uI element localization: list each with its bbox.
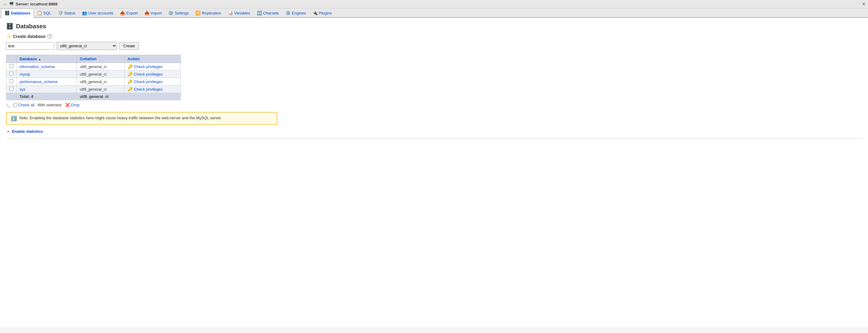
notice-box: ℹ️ Note: Enabling the database statistic…: [6, 112, 277, 125]
database-name-cell: mysql: [17, 70, 77, 78]
collation-cell: utf8_general_ci: [76, 63, 124, 70]
collation-cell: utf8_general_ci: [76, 70, 124, 78]
collation-select[interactable]: utf8_general_ci utf8_unicode_ci utf8mb4_…: [57, 42, 117, 50]
sort-arrow-icon: ▲: [38, 58, 41, 61]
create-database-button[interactable]: Create: [119, 42, 139, 50]
database-link-performance-schema[interactable]: performance_schema: [20, 79, 58, 84]
tab-status[interactable]: 🛡️ Status: [55, 8, 79, 17]
row-checkbox-sys[interactable]: [9, 87, 13, 91]
table-header-action: Action: [124, 55, 181, 63]
action-cell: 🔑 Check privileges: [124, 63, 181, 70]
check-all-checkbox[interactable]: [13, 103, 17, 107]
check-privileges-link-information-schema[interactable]: 🔑 Check privileges: [127, 64, 178, 69]
databases-icon: 🗄️: [4, 10, 10, 15]
uncheck-button[interactable]: ↑_: [6, 103, 10, 107]
export-icon: 📤: [120, 10, 125, 15]
row-checkbox-cell: [6, 63, 17, 70]
notice-text: Note: Enabling the database statistics h…: [19, 115, 222, 120]
tab-replication[interactable]: 🔀 Replication: [192, 8, 224, 17]
check-priv-icon: 🔑: [127, 64, 133, 69]
check-all-label[interactable]: Check all: [13, 103, 34, 107]
status-icon: 🛡️: [58, 10, 63, 15]
check-priv-icon: 🔑: [127, 87, 133, 92]
total-collation-cell: utf8_general_ci: [76, 93, 124, 100]
tab-plugins[interactable]: 🔌 Plugins: [309, 8, 335, 17]
enable-statistics-list: Enable statistics: [12, 129, 862, 134]
collation-cell: utf8_general_ci: [76, 78, 124, 86]
engines-icon: ⚙️: [285, 10, 290, 15]
close-icon[interactable]: ✕: [862, 1, 866, 7]
sql-icon: 📋: [37, 10, 42, 15]
page-title-icon: 🗄️: [6, 23, 13, 30]
create-db-form: utf8_general_ci utf8_unicode_ci utf8mb4_…: [6, 42, 862, 50]
create-database-section: ✨ Create database ?: [6, 34, 862, 39]
tab-databases[interactable]: 🗄️ Databases: [1, 8, 34, 18]
table-row: sys utf8_general_ci 🔑 Check privileges: [6, 86, 181, 93]
import-icon: 📥: [144, 10, 150, 15]
row-checkbox-mysql[interactable]: [9, 72, 13, 75]
page-divider: [6, 138, 862, 139]
tab-engines[interactable]: ⚙️ Engines: [282, 8, 309, 17]
database-name-cell: performance_schema: [17, 78, 77, 86]
table-row: information_schema utf8_general_ci 🔑 Che…: [6, 63, 181, 70]
create-db-icon: ✨: [6, 34, 11, 39]
total-label-cell: Total: 4: [17, 93, 77, 100]
title-bar-left: → 🖥️ Server: localhost:8889: [2, 1, 58, 7]
database-link-sys[interactable]: sys: [20, 87, 26, 92]
main-content: 🗄️ Databases ✨ Create database ? utf8_ge…: [0, 18, 868, 327]
table-row: performance_schema utf8_general_ci 🔑 Che…: [6, 78, 181, 86]
database-name-cell: sys: [17, 86, 77, 93]
variables-icon: 📊: [228, 10, 233, 15]
total-action-cell: [124, 93, 181, 100]
back-arrow-icon[interactable]: →: [2, 1, 7, 7]
database-link-information-schema[interactable]: information_schema: [20, 64, 55, 69]
help-icon[interactable]: ?: [47, 34, 52, 39]
tab-export[interactable]: 📤 Export: [117, 8, 141, 17]
row-checkbox-cell: [6, 78, 17, 86]
drop-link[interactable]: ❌ Drop: [65, 103, 80, 107]
nav-tabs: 🗄️ Databases 📋 SQL 🛡️ Status 👥 User acco…: [0, 8, 868, 18]
database-link-mysql[interactable]: mysql: [20, 72, 30, 76]
notice-icon: ℹ️: [11, 115, 17, 121]
table-row: mysql utf8_general_ci 🔑 Check privileges: [6, 70, 181, 78]
actions-row: ↑_ Check all With selected: ❌ Drop: [6, 103, 862, 107]
server-icon: 🖥️: [9, 2, 14, 6]
page-title: 🗄️ Databases: [6, 23, 862, 30]
action-cell: 🔑 Check privileges: [124, 86, 181, 93]
row-checkbox-information-schema[interactable]: [9, 64, 13, 68]
settings-icon: ⚙️: [168, 10, 173, 15]
tab-charsets[interactable]: 🔤 Charsets: [253, 8, 282, 17]
row-checkbox-cell: [6, 86, 17, 93]
replication-icon: 🔀: [195, 10, 200, 15]
uncheck-arrow-icon: ↑_: [6, 103, 10, 107]
enable-statistics-item: Enable statistics: [12, 129, 862, 134]
collation-cell: utf8_general_ci: [76, 86, 124, 93]
tab-import[interactable]: 📥 Import: [141, 8, 165, 17]
table-total-row: Total: 4 utf8_general_ci: [6, 93, 181, 100]
total-checkbox-cell: [6, 93, 17, 100]
check-privileges-link-performance-schema[interactable]: 🔑 Check privileges: [127, 79, 178, 84]
table-header-collation: Collation: [76, 55, 124, 63]
charsets-icon: 🔤: [257, 10, 262, 15]
check-priv-icon: 🔑: [127, 79, 133, 84]
tab-user-accounts[interactable]: 👥 User accounts: [79, 8, 117, 17]
tab-variables[interactable]: 📊 Variables: [224, 8, 253, 17]
tab-settings[interactable]: ⚙️ Settings: [165, 8, 192, 17]
with-selected-label: With selected:: [37, 103, 62, 107]
check-privileges-link-sys[interactable]: 🔑 Check privileges: [127, 87, 178, 92]
table-header-database[interactable]: Database ▲: [17, 55, 77, 63]
databases-table: Database ▲ Collation Action information_…: [6, 55, 181, 100]
database-name-input[interactable]: [6, 42, 54, 50]
action-cell: 🔑 Check privileges: [124, 78, 181, 86]
action-cell: 🔑 Check privileges: [124, 70, 181, 78]
check-privileges-link-mysql[interactable]: 🔑 Check privileges: [127, 72, 178, 76]
check-priv-icon: 🔑: [127, 72, 133, 76]
enable-statistics-link[interactable]: Enable statistics: [12, 129, 43, 134]
server-title: Server: localhost:8889: [16, 2, 58, 6]
row-checkbox-cell: [6, 70, 17, 78]
database-name-cell: information_schema: [17, 63, 77, 70]
tab-sql[interactable]: 📋 SQL: [34, 8, 55, 17]
drop-icon: ❌: [65, 103, 70, 107]
plugins-icon: 🔌: [313, 10, 318, 15]
row-checkbox-performance-schema[interactable]: [9, 79, 13, 83]
